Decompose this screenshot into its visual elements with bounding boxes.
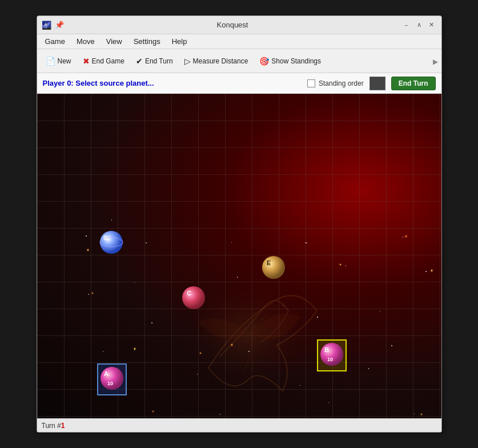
svg-text:B: B (324, 346, 329, 353)
toolbar: 📄 New ✖ End Game ✔ End Turn ▷ Measure Di… (37, 49, 441, 73)
end-turn-icon: ✔ (136, 57, 143, 66)
planet-0-sphere: 0 (99, 230, 124, 255)
planet-a-box[interactable]: A 10 (97, 363, 127, 395)
standings-icon: 🎯 (259, 57, 269, 66)
pin-icon: 📌 (55, 21, 64, 29)
toolbar-right-arrow: ▶ (433, 56, 438, 66)
standing-order-checkbox[interactable] (307, 79, 315, 87)
player-status: Player 0: Select source planet... (43, 79, 302, 87)
standing-order-label: Standing order (319, 79, 364, 87)
planet-b-container[interactable]: B 10 (317, 339, 347, 371)
end-turn-label: End Turn (145, 57, 173, 65)
new-label: New (58, 57, 71, 65)
planet-0-box[interactable]: 0 (99, 230, 124, 257)
planet-b-sphere: B 10 (319, 342, 344, 367)
title-bar: 🌌 📌 Konquest − ∧ ✕ (37, 16, 441, 34)
game-canvas: 0 E (37, 94, 441, 418)
end-turn-toolbar-button[interactable]: ✔ End Turn (131, 54, 178, 69)
turn-label: Turn # (42, 422, 61, 430)
end-turn-button[interactable]: End Turn (391, 77, 436, 90)
new-icon: 📄 (46, 57, 55, 66)
maximize-button[interactable]: ∧ (414, 20, 424, 30)
svg-text:E: E (267, 259, 271, 266)
svg-text:0: 0 (103, 234, 107, 241)
svg-text:C: C (187, 290, 191, 297)
measure-label: Measure Distance (193, 57, 248, 65)
app-window: 🌌 📌 Konquest − ∧ ✕ Game Move View Settin… (37, 15, 442, 433)
svg-point-11 (320, 343, 343, 366)
svg-text:A: A (104, 370, 109, 377)
svg-point-6 (182, 286, 205, 309)
status-bar-top: Player 0: Select source planet... Standi… (37, 73, 441, 94)
planet-0-container[interactable]: 0 (99, 230, 124, 257)
measure-distance-button[interactable]: ▷ Measure Distance (179, 54, 254, 69)
end-game-icon: ✖ (83, 57, 90, 66)
svg-text:10: 10 (327, 357, 333, 362)
planet-a-container[interactable]: A 10 (97, 363, 127, 395)
planet-b-box[interactable]: B 10 (317, 339, 347, 371)
show-standings-button[interactable]: 🎯 Show Standings (254, 54, 326, 69)
game-area[interactable]: 0 E (37, 94, 441, 418)
planet-e-box[interactable]: E (261, 255, 286, 282)
end-game-button[interactable]: ✖ End Game (78, 54, 130, 69)
menu-move[interactable]: Move (72, 36, 99, 47)
planet-c-sphere: C (181, 285, 206, 310)
new-button[interactable]: 📄 New (41, 54, 77, 69)
menu-settings[interactable]: Settings (129, 36, 165, 47)
close-button[interactable]: ✕ (427, 20, 437, 30)
measure-icon: ▷ (184, 57, 191, 66)
svg-point-4 (262, 256, 285, 279)
window-controls: − ∧ ✕ (401, 20, 437, 30)
status-bar-bottom: Turn # 1 (37, 418, 441, 432)
planet-c-container[interactable]: C (181, 285, 206, 313)
minimize-button[interactable]: − (401, 20, 412, 30)
window-title: Konquest (64, 21, 401, 29)
planet-e-sphere: E (261, 255, 286, 280)
player-color-box (369, 77, 385, 90)
standing-order-group: Standing order (307, 79, 364, 87)
title-icons: 🌌 📌 (42, 21, 64, 30)
planet-c-box[interactable]: C (181, 285, 206, 313)
menu-view[interactable]: View (102, 36, 127, 47)
end-game-label: End Game (92, 57, 124, 65)
chevron-right-icon: ▶ (433, 58, 438, 66)
turn-number: 1 (61, 422, 65, 430)
standings-label: Show Standings (271, 57, 321, 65)
menu-game[interactable]: Game (41, 36, 70, 47)
svg-text:10: 10 (107, 381, 113, 386)
planet-a-sphere: A 10 (99, 366, 124, 391)
app-icon: 🌌 (42, 21, 51, 30)
menu-help[interactable]: Help (167, 36, 192, 47)
planet-e-container[interactable]: E (261, 255, 286, 282)
menu-bar: Game Move View Settings Help (37, 34, 441, 49)
